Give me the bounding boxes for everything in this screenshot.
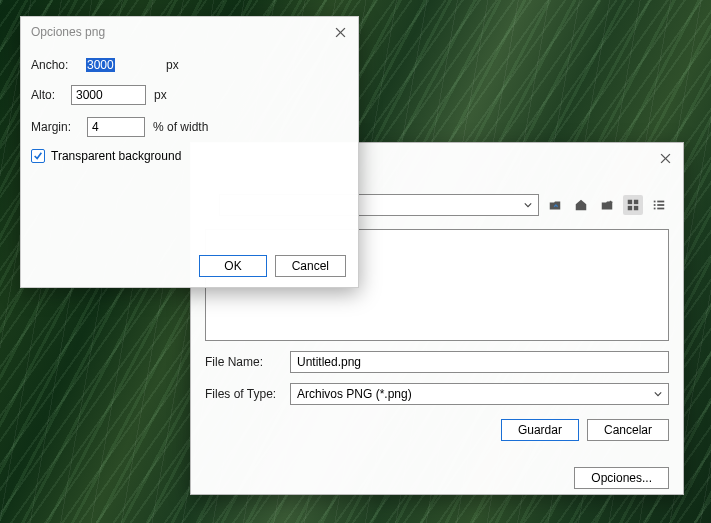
up-folder-icon[interactable] [545, 195, 565, 215]
svg-rect-6 [654, 201, 656, 203]
svg-rect-8 [654, 204, 656, 206]
close-icon[interactable] [332, 24, 348, 40]
svg-rect-2 [628, 200, 632, 204]
grid-view-icon[interactable] [623, 195, 643, 215]
list-view-icon[interactable] [649, 195, 669, 215]
home-icon[interactable] [571, 195, 591, 215]
margin-label: Margin: [31, 120, 83, 134]
svg-rect-7 [657, 201, 664, 203]
close-icon[interactable] [657, 150, 673, 166]
new-folder-icon[interactable] [597, 195, 617, 215]
options-cancel-button[interactable]: Cancel [275, 255, 346, 277]
svg-rect-4 [628, 206, 632, 210]
options-title: Opciones png [31, 25, 105, 39]
ancho-input[interactable]: 3000 [83, 57, 158, 73]
save-button[interactable]: Guardar [501, 419, 579, 441]
options-titlebar: Opciones png [21, 17, 358, 47]
svg-rect-11 [657, 208, 664, 210]
ancho-value: 3000 [86, 58, 115, 72]
ok-button[interactable]: OK [199, 255, 266, 277]
filename-input[interactable]: Untitled.png [290, 351, 669, 373]
filename-label: File Name: [205, 355, 290, 369]
transparent-checkbox[interactable] [31, 149, 45, 163]
svg-rect-10 [654, 208, 656, 210]
filetype-label: Files of Type: [205, 387, 290, 401]
filetype-value: Archivos PNG (*.png) [297, 387, 412, 401]
filetype-select[interactable]: Archivos PNG (*.png) [290, 383, 669, 405]
alto-input[interactable] [71, 85, 146, 105]
chevron-down-icon [524, 198, 532, 212]
alto-unit: px [154, 88, 167, 102]
ancho-label: Ancho: [31, 58, 83, 72]
png-options-dialog: Opciones png Ancho: 3000 px Alto: px Mar… [20, 16, 359, 288]
cancel-button[interactable]: Cancelar [587, 419, 669, 441]
svg-rect-9 [657, 204, 664, 206]
svg-rect-3 [634, 200, 638, 204]
margin-unit: % of width [153, 120, 208, 134]
ancho-unit: px [166, 58, 179, 72]
alto-label: Alto: [31, 88, 71, 102]
chevron-down-icon [654, 387, 662, 401]
svg-rect-5 [634, 206, 638, 210]
transparent-label: Transparent background [51, 149, 181, 163]
options-button[interactable]: Opciones... [574, 467, 669, 489]
margin-input[interactable] [87, 117, 145, 137]
